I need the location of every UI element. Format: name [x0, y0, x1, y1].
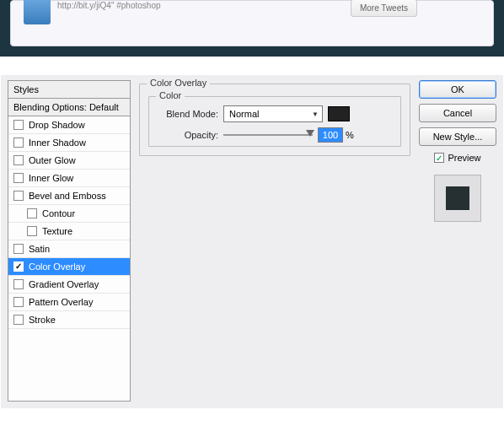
blend-mode-label: Blend Mode:: [158, 109, 223, 119]
settings-panel: Color Overlay Color Blend Mode: Normal ▼…: [139, 80, 410, 402]
style-item-label: Satin: [29, 244, 50, 254]
preview-toggle-row[interactable]: Preview: [419, 153, 496, 163]
style-item-label: Contour: [42, 208, 75, 218]
preview-checkbox[interactable]: [434, 153, 444, 163]
style-item-label: Inner Glow: [29, 173, 73, 183]
style-item-label: Outer Glow: [29, 155, 76, 165]
page-background-top: http://bit.y/jiQ4" #photoshop More Tweet…: [0, 0, 504, 57]
new-style-button[interactable]: New Style...: [419, 127, 496, 146]
more-tweets-button[interactable]: More Tweets: [351, 0, 417, 17]
style-item-label: Stroke: [29, 315, 56, 325]
style-item-label: Pattern Overlay: [29, 297, 93, 307]
style-item-label: Gradient Overlay: [29, 279, 99, 289]
blend-mode-row: Blend Mode: Normal ▼: [158, 105, 392, 122]
opacity-unit: %: [346, 130, 354, 140]
style-item-label: Color Overlay: [29, 262, 85, 272]
opacity-slider[interactable]: [223, 134, 313, 136]
style-item-gradient-overlay[interactable]: Gradient Overlay: [8, 276, 130, 294]
opacity-row: Opacity: 100 %: [158, 127, 392, 143]
style-item-inner-glow[interactable]: Inner Glow: [8, 170, 130, 187]
blending-options-header[interactable]: Blending Options: Default: [8, 99, 130, 116]
style-item-label: Bevel and Emboss: [29, 191, 106, 201]
layer-style-dialog: Styles Blending Options: Default Drop Sh…: [0, 74, 504, 409]
chevron-down-icon: ▼: [312, 111, 319, 118]
color-swatch[interactable]: [328, 106, 350, 121]
preview-swatch: [446, 186, 469, 210]
avatar: [24, 0, 51, 24]
style-checkbox[interactable]: [13, 155, 24, 165]
opacity-label: Opacity:: [158, 130, 223, 140]
styles-header[interactable]: Styles: [8, 81, 130, 99]
opacity-slider-wrap: 100 %: [223, 127, 354, 143]
style-item-outer-glow[interactable]: Outer Glow: [8, 152, 130, 170]
style-item-label: Drop Shadow: [29, 120, 85, 130]
color-fieldset: Color Blend Mode: Normal ▼ Opacity:: [148, 96, 401, 147]
style-item-stroke[interactable]: Stroke: [8, 311, 130, 329]
color-overlay-fieldset: Color Overlay Color Blend Mode: Normal ▼…: [139, 84, 410, 156]
ok-button[interactable]: OK: [419, 80, 496, 99]
blend-mode-dropdown[interactable]: Normal ▼: [223, 105, 323, 122]
preview-label: Preview: [448, 153, 480, 163]
tweet-link-text: http://bit.y/jiQ4" #photoshop: [57, 1, 161, 10]
styles-list: Drop ShadowInner ShadowOuter GlowInner G…: [8, 116, 130, 329]
color-group-title: Color: [156, 90, 185, 100]
style-item-label: Texture: [42, 226, 72, 236]
cancel-button[interactable]: Cancel: [419, 104, 496, 122]
style-checkbox[interactable]: [13, 297, 24, 307]
style-item-contour[interactable]: Contour: [8, 205, 130, 223]
style-checkbox[interactable]: [27, 208, 37, 218]
blend-mode-value: Normal: [229, 109, 259, 119]
style-checkbox[interactable]: [13, 262, 24, 272]
styles-list-panel: Styles Blending Options: Default Drop Sh…: [8, 80, 131, 402]
style-item-texture[interactable]: Texture: [8, 223, 130, 240]
style-checkbox[interactable]: [27, 226, 37, 236]
style-checkbox[interactable]: [13, 315, 24, 325]
style-checkbox[interactable]: [13, 120, 24, 130]
style-item-color-overlay[interactable]: Color Overlay: [8, 258, 130, 276]
style-checkbox[interactable]: [13, 173, 24, 183]
style-checkbox[interactable]: [13, 138, 24, 148]
style-item-bevel-and-emboss[interactable]: Bevel and Emboss: [8, 187, 130, 205]
style-item-satin[interactable]: Satin: [8, 240, 130, 258]
opacity-input[interactable]: 100: [318, 127, 343, 143]
style-checkbox[interactable]: [13, 191, 24, 201]
dialog-buttons-panel: OK Cancel New Style... Preview: [419, 80, 496, 402]
style-checkbox[interactable]: [13, 244, 24, 254]
spacer: [0, 57, 504, 74]
tweet-card: http://bit.y/jiQ4" #photoshop More Tweet…: [10, 0, 494, 46]
panel-title: Color Overlay: [147, 78, 210, 88]
style-item-inner-shadow[interactable]: Inner Shadow: [8, 134, 130, 152]
style-item-pattern-overlay[interactable]: Pattern Overlay: [8, 294, 130, 311]
preview-swatch-frame: [434, 175, 481, 222]
slider-thumb-icon[interactable]: [306, 130, 314, 137]
style-item-label: Inner Shadow: [29, 138, 86, 148]
style-checkbox[interactable]: [13, 279, 24, 289]
style-item-drop-shadow[interactable]: Drop Shadow: [8, 116, 130, 134]
